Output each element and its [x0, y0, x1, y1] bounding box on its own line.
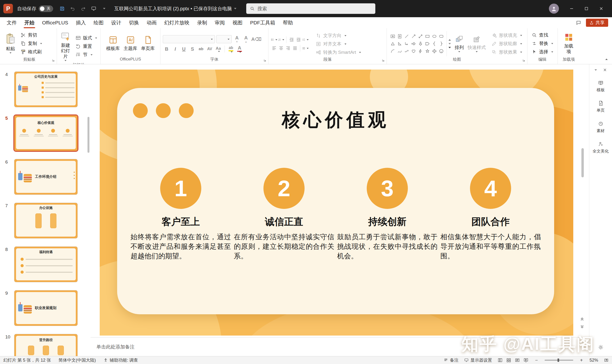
sidebar-item-beautify[interactable]: 全文美化 — [590, 142, 611, 154]
slide-sorter-view-button[interactable] — [506, 358, 511, 363]
close-sidebar-icon[interactable] — [603, 68, 607, 72]
value-heading[interactable]: 诚信正直 — [265, 215, 303, 228]
present-button[interactable] — [89, 3, 99, 14]
curve-shape-icon[interactable] — [396, 48, 403, 54]
align-left-button[interactable] — [271, 45, 277, 52]
tab-transitions[interactable]: 切换 — [125, 17, 143, 28]
align-right-button[interactable] — [285, 45, 291, 52]
value-column-4[interactable]: 4 团队合作 相信集体智慧大于个人能力，倡导开放沟通和平等尊重的工作氛围。 — [440, 168, 541, 261]
layout-button[interactable]: 版式 — [74, 34, 99, 42]
value-number-circle[interactable]: 4 — [470, 168, 511, 209]
slide-thumbnail-8[interactable]: 福利待遇 — [14, 247, 78, 282]
slide-thumbnail-9[interactable]: 职业发展规划 — [14, 290, 78, 326]
double-arrow-shape-icon[interactable] — [417, 33, 424, 40]
slide-counter[interactable]: 幻灯片 第 5 张，共 12 张 — [3, 357, 51, 363]
align-center-button[interactable] — [278, 45, 284, 52]
format-painter-button[interactable]: 格式刷 — [19, 48, 43, 55]
page-library-button[interactable]: 单页库 — [140, 35, 156, 52]
find-button[interactable]: 查找 — [530, 32, 555, 39]
text-shadow-button[interactable]: S — [189, 45, 196, 53]
justify-button[interactable] — [292, 45, 298, 52]
thumbnail-scrollbar[interactable] — [88, 117, 90, 153]
shape-effects-button[interactable]: 形状效果 — [490, 49, 523, 56]
slide-thumbnail-10[interactable]: 晋升路径 — [14, 334, 78, 356]
font-color-button[interactable]: A — [236, 45, 243, 53]
sidebar-item-templates[interactable]: 模板 — [590, 80, 611, 92]
theme-library-button[interactable]: 主题库 — [122, 35, 139, 52]
italic-button[interactable]: I — [171, 45, 179, 53]
display-settings-button[interactable]: 显示器设置 — [464, 357, 492, 363]
shape-outline-button[interactable]: 形状轮廓 — [490, 40, 523, 47]
convert-to-smartart-button[interactable]: 转换为 SmartArt — [314, 49, 363, 56]
dialog-launcher-icon[interactable] — [382, 59, 385, 62]
triangle-shape-icon[interactable] — [390, 41, 396, 47]
share-button[interactable]: 共享 — [586, 19, 608, 27]
font-name-select[interactable] — [163, 35, 215, 43]
zoom-level[interactable]: 52% — [589, 358, 598, 363]
line-shape-icon[interactable] — [403, 33, 410, 40]
zoom-slider[interactable] — [545, 360, 573, 361]
arrow-shape-icon[interactable] — [410, 33, 417, 40]
rectangle-shape-icon[interactable] — [424, 33, 430, 40]
paste-button[interactable]: 粘贴 — [4, 33, 17, 55]
close-button[interactable] — [594, 0, 609, 17]
user-avatar[interactable] — [549, 4, 559, 14]
value-heading[interactable]: 团队合作 — [471, 215, 510, 228]
save-button[interactable] — [57, 3, 67, 14]
shape-fill-button[interactable]: 形状填充 — [490, 32, 523, 39]
zoom-in-button[interactable]: + — [579, 358, 584, 363]
new-slide-button[interactable]: 新建幻灯片 — [59, 31, 72, 62]
section-button[interactable]: 节 — [74, 51, 99, 58]
tab-insert[interactable]: 插入 — [72, 17, 90, 28]
reading-view-button[interactable] — [515, 358, 520, 363]
sidebar-item-assets[interactable]: 素材 — [590, 121, 611, 133]
line-spacing-button[interactable] — [302, 37, 309, 43]
tab-design[interactable]: 设计 — [107, 17, 125, 28]
pentagon-arrow-shape-icon[interactable] — [424, 41, 430, 47]
slide-thumbnail-6[interactable]: 工作环境介绍 — [14, 159, 78, 195]
increase-font-button[interactable]: A^ — [233, 35, 241, 43]
dialog-launcher-icon[interactable] — [522, 59, 525, 62]
decrease-font-button[interactable]: A˅ — [242, 35, 250, 43]
tab-slideshow[interactable]: 幻灯片放映 — [160, 17, 193, 28]
block-arrow-right-shape-icon[interactable] — [410, 41, 417, 47]
comments-icon[interactable] — [576, 20, 581, 25]
left-brace-shape-icon[interactable] — [431, 41, 438, 47]
undo-button[interactable] — [67, 3, 78, 14]
text-box-shape-icon[interactable] — [390, 33, 396, 40]
addins-button[interactable]: 加载项 — [561, 32, 576, 55]
font-size-select[interactable] — [216, 35, 232, 43]
reset-button[interactable]: 重置 — [74, 43, 99, 50]
copy-button[interactable]: 复制 — [19, 40, 43, 47]
arrange-button[interactable]: 排列 — [453, 34, 465, 53]
right-brace-shape-icon[interactable] — [438, 41, 444, 47]
scroll-up-icon[interactable] — [448, 39, 451, 41]
chevron-down-icon[interactable] — [595, 69, 597, 71]
tab-home[interactable]: 开始 — [21, 17, 38, 28]
value-number-circle[interactable]: 2 — [263, 168, 305, 209]
smiley-shape-icon[interactable] — [438, 48, 444, 54]
heart-shape-icon[interactable] — [410, 48, 417, 54]
value-number-circle[interactable]: 3 — [367, 168, 408, 209]
tab-record[interactable]: 录制 — [193, 17, 211, 28]
fit-to-window-button[interactable] — [604, 358, 609, 363]
change-case-button[interactable]: Aa — [214, 45, 222, 53]
select-button[interactable]: 选择 — [530, 48, 555, 55]
zoom-slider-knob[interactable] — [558, 359, 559, 362]
tab-officeplus[interactable]: OfficePLUS — [38, 17, 72, 28]
previous-slide-button[interactable] — [579, 316, 585, 322]
language-indicator[interactable]: 简体中文(中国大陆) — [59, 357, 96, 363]
star-shape-icon[interactable] — [424, 48, 430, 54]
increase-indent-button[interactable] — [295, 37, 302, 43]
clear-formatting-button[interactable]: A⌫ — [251, 35, 261, 43]
canvas-scrollbar[interactable] — [581, 148, 584, 177]
shape-gallery-scroll[interactable] — [447, 31, 452, 56]
value-heading[interactable]: 持续创新 — [368, 215, 406, 228]
app-icon[interactable]: P — [3, 4, 13, 13]
slide-thumbnail-5-selected[interactable]: 核心价值观 — [14, 115, 78, 151]
text-direction-button[interactable]: 文字方向 — [314, 32, 363, 39]
slide-thumbnail-4[interactable]: 公司历史与发展 — [14, 71, 78, 107]
tab-pdf-tools[interactable]: PDF工具箱 — [246, 17, 279, 28]
value-body-text[interactable]: 始终将客户需求放在首位，通过不断改进产品和服务来满足甚至超越他们的期望。 — [130, 232, 231, 261]
align-text-button[interactable]: 对齐文本 — [314, 40, 363, 48]
